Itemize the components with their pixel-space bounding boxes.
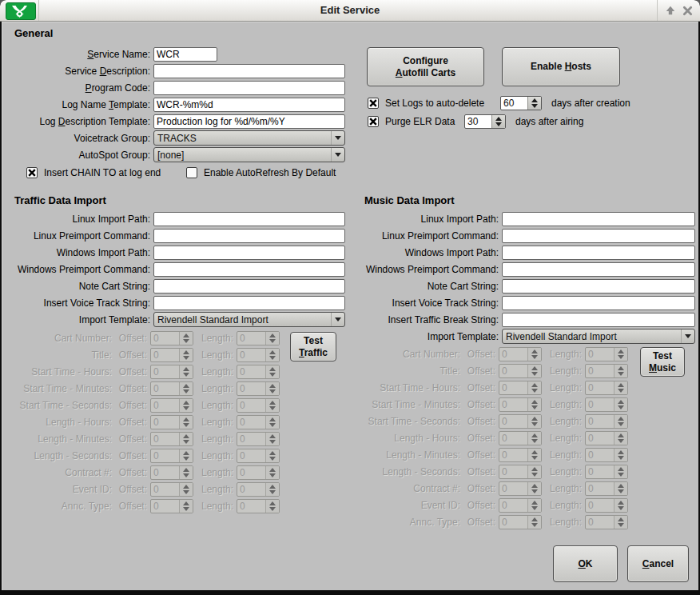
spinner-arrows-icon[interactable] bbox=[527, 97, 541, 110]
traffic-linux-preimport-command[interactable] bbox=[153, 229, 345, 243]
music-insert-traffic-break-string[interactable] bbox=[502, 313, 695, 327]
traffic-windows-preimport-command[interactable] bbox=[153, 262, 345, 277]
cancel-button[interactable]: Cancel bbox=[627, 545, 689, 582]
purge-elr-days-spinbox[interactable]: 30 bbox=[464, 114, 506, 129]
spin-up-icon[interactable] bbox=[495, 117, 502, 121]
voicetrack-group[interactable]: TRACKS bbox=[153, 130, 345, 146]
voicetrack-group-label: Voicetrack Group: bbox=[2, 133, 153, 144]
enable-hosts-button[interactable]: Enable Hosts bbox=[502, 47, 620, 86]
music-linux-import-path[interactable] bbox=[502, 212, 695, 226]
music-length-hours-length-label: Length: bbox=[550, 433, 582, 444]
traffic-start-time-minutes-offset-label: Offset: bbox=[115, 383, 147, 394]
auto-delete-checkbox[interactable] bbox=[368, 98, 379, 109]
music-start-time-hours-row: Start Time - Hours:Offset:0Length:0 bbox=[350, 379, 700, 396]
spinner-arrows-icon[interactable] bbox=[491, 115, 505, 128]
music-insert-voice-track-string[interactable] bbox=[502, 296, 695, 310]
traffic-start-time-minutes-offset-spinbox: 0 bbox=[150, 381, 193, 396]
spinner-arrows-icon bbox=[527, 381, 541, 394]
music-import-template-row: Import Template:Rivendell Standard Impor… bbox=[350, 328, 700, 345]
titlebar[interactable]: Edit Service bbox=[0, 0, 700, 22]
spin-up-icon bbox=[531, 400, 538, 404]
spin-down-icon bbox=[183, 339, 189, 343]
spin-up-icon bbox=[618, 467, 624, 471]
traffic-note-cart-string-label: Note Cart String: bbox=[2, 281, 153, 292]
spinner-arrows-icon bbox=[265, 416, 279, 429]
enable-autorefresh-checkbox[interactable] bbox=[186, 167, 197, 178]
music-start-time-seconds-length-spinbox-value: 0 bbox=[586, 415, 614, 428]
ok-button[interactable]: OK bbox=[553, 545, 618, 582]
spinner-arrows-icon bbox=[614, 482, 627, 495]
music-contract-offset-spinbox-value: 0 bbox=[499, 482, 527, 495]
spinner-arrows-icon bbox=[614, 516, 627, 529]
traffic-insert-voice-track-string[interactable] bbox=[153, 296, 345, 310]
spin-down-icon[interactable] bbox=[531, 104, 538, 108]
traffic-linux-import-path[interactable] bbox=[153, 212, 345, 226]
autospot-group[interactable]: [none] bbox=[153, 147, 345, 162]
music-event-id-length-spinbox-value: 0 bbox=[586, 499, 614, 512]
program-code-label: Program Code: bbox=[2, 82, 153, 94]
music-linux-preimport-command[interactable] bbox=[502, 229, 695, 243]
auto-delete-days-spinbox[interactable]: 60 bbox=[500, 96, 542, 110]
music-title-length-spinbox-value: 0 bbox=[586, 365, 614, 377]
service-name-label: Service Name: bbox=[2, 49, 153, 60]
configure-autofill-carts-button[interactable]: ConfigureAutofill Carts bbox=[367, 47, 484, 86]
traffic-start-time-hours-length-spinbox-value: 0 bbox=[237, 365, 265, 378]
traffic-windows-import-path[interactable] bbox=[153, 246, 345, 260]
spin-up-icon bbox=[618, 417, 624, 421]
music-contract-length-label: Length: bbox=[550, 483, 582, 494]
program-code[interactable] bbox=[153, 81, 345, 95]
close-button[interactable] bbox=[681, 4, 694, 17]
shade-button[interactable] bbox=[663, 4, 677, 17]
music-title-offset-spinbox-value: 0 bbox=[499, 365, 527, 377]
traffic-linux-preimport-command-label: Linux Preimport Command: bbox=[2, 230, 153, 242]
music-note-cart-string[interactable] bbox=[502, 279, 695, 294]
test-music-button[interactable]: TestMusic bbox=[640, 347, 685, 377]
insert-chain-to-label: Insert CHAIN TO at log end bbox=[44, 167, 161, 178]
music-title-length-label: Length: bbox=[550, 365, 582, 377]
dropdown-arrow-icon bbox=[681, 329, 694, 343]
music-start-time-minutes-length-spinbox-value: 0 bbox=[586, 398, 614, 411]
traffic-start-time-seconds-length-label: Length: bbox=[201, 400, 233, 411]
button-label: Cancel bbox=[642, 558, 674, 570]
traffic-annc-type-offset-label: Offset: bbox=[115, 501, 147, 512]
edit-service-dialog: Edit Service General Service Name:Servic… bbox=[0, 0, 700, 595]
service-name-row: Service Name: bbox=[2, 46, 353, 62]
music-length-seconds-offset-spinbox-value: 0 bbox=[499, 465, 527, 478]
music-import-template-value: Rivendell Standard Import bbox=[503, 331, 681, 342]
spin-up-icon bbox=[183, 434, 189, 438]
music-start-time-hours-offset-spinbox: 0 bbox=[499, 381, 542, 395]
autospot-group-label: AutoSpot Group: bbox=[2, 150, 153, 161]
spin-down-icon bbox=[618, 506, 624, 510]
music-length-seconds-length-spinbox: 0 bbox=[585, 465, 628, 479]
music-event-id-length-spinbox: 0 bbox=[585, 498, 628, 513]
traffic-length-hours-label: Length - Hours: bbox=[2, 417, 112, 428]
service-name[interactable] bbox=[153, 47, 217, 62]
music-start-time-minutes-offset-label: Offset: bbox=[463, 399, 495, 410]
purge-elr-checkbox[interactable] bbox=[368, 116, 379, 127]
spinner-arrows-icon bbox=[527, 348, 541, 361]
log-description-template[interactable] bbox=[153, 114, 345, 129]
log-name-template[interactable] bbox=[153, 98, 345, 112]
service-description[interactable] bbox=[153, 64, 345, 78]
traffic-insert-voice-track-string-label: Insert Voice Track String: bbox=[2, 298, 153, 309]
insert-chain-to-checkbox[interactable] bbox=[26, 167, 38, 178]
music-windows-preimport-command[interactable] bbox=[502, 262, 695, 277]
spin-up-icon bbox=[618, 366, 624, 370]
spin-up-icon bbox=[618, 450, 624, 454]
spinner-arrows-icon bbox=[179, 365, 193, 378]
music-windows-import-path[interactable] bbox=[502, 246, 695, 260]
test-traffic-button[interactable]: TestTraffic bbox=[290, 332, 336, 361]
traffic-import-template[interactable]: Rivendell Standard Import bbox=[153, 312, 345, 327]
music-import-template[interactable]: Rivendell Standard Import bbox=[502, 329, 695, 344]
spin-up-icon[interactable] bbox=[531, 98, 538, 102]
traffic-length-hours-offset-label: Offset: bbox=[115, 417, 147, 428]
spinner-arrows-icon bbox=[527, 398, 541, 411]
spin-down-icon[interactable] bbox=[495, 122, 502, 126]
traffic-length-minutes-label: Length - Minutes: bbox=[2, 433, 112, 445]
traffic-note-cart-string[interactable] bbox=[153, 279, 345, 294]
spin-up-icon bbox=[269, 350, 276, 354]
spin-down-icon bbox=[269, 423, 276, 427]
spin-down-icon bbox=[269, 457, 276, 461]
button-label: Traffic bbox=[299, 347, 328, 359]
music-contract-length-spinbox-value: 0 bbox=[586, 482, 614, 495]
